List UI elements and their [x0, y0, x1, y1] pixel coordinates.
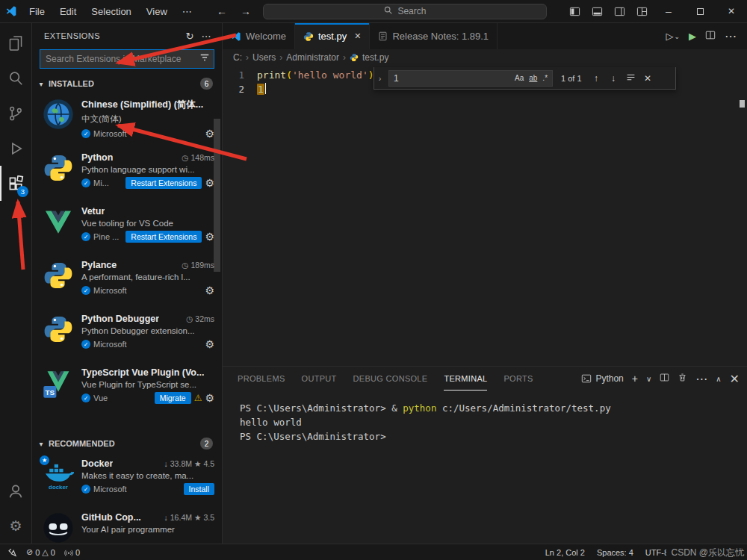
extensions-search-input[interactable] — [44, 53, 196, 65]
panel-tab-problems[interactable]: PROBLEMS — [238, 367, 285, 391]
extensions-more-actions-icon[interactable] — [198, 31, 214, 42]
extension-name: Docker — [81, 458, 113, 469]
terminal-shell-item[interactable]: Python — [581, 373, 623, 384]
close-panel-icon[interactable] — [730, 372, 740, 386]
remote-indicator-icon[interactable] — [7, 547, 17, 557]
installed-label: INSTALLED — [49, 79, 94, 88]
forward-arrow-icon[interactable] — [239, 5, 252, 17]
find-input[interactable] — [392, 72, 511, 84]
split-editor-icon[interactable] — [705, 30, 716, 43]
extension-item-github-copilot[interactable]: GitHub Cop... 16.4M3.5 Your AI pair prog… — [32, 505, 222, 544]
source-control-icon[interactable] — [0, 96, 31, 131]
extension-item-vetur[interactable]: Vetur Vue tooling for VS Code Pine ... R… — [32, 199, 222, 253]
panel-more-actions-icon[interactable] — [695, 372, 707, 386]
window-minimize-button[interactable] — [653, 0, 684, 22]
window-maximize-button[interactable] — [684, 0, 716, 22]
breadcrumb-item[interactable]: test.py — [362, 52, 388, 63]
run-python-file-dropdown[interactable] — [666, 31, 680, 42]
encoding-status[interactable]: UTF-8 — [645, 548, 669, 557]
extensions-icon[interactable]: 3 — [0, 166, 31, 201]
explorer-icon[interactable] — [0, 25, 31, 60]
restart-extensions-button[interactable]: Restart Extensions — [125, 177, 202, 189]
menu-selection[interactable]: Selection — [84, 4, 137, 19]
menu-file[interactable]: File — [22, 4, 52, 19]
tab-release-notes[interactable]: Release Notes: 1.89.1 — [370, 23, 498, 49]
extension-item-docker[interactable]: docker Docker 33.8M4.5 Makes it easy to … — [32, 452, 222, 505]
terminal-dropdown-chevron-icon[interactable] — [646, 375, 651, 383]
panel-tab-output[interactable]: OUTPUT — [302, 367, 337, 391]
extension-item-ts-vue-plugin[interactable]: TS TypeScript Vue Plugin (Vo... Vue Plug… — [32, 361, 222, 414]
window-close-button[interactable] — [716, 0, 747, 22]
command-center-search[interactable]: Search — [263, 4, 547, 19]
extension-item-python[interactable]: Python 148ms Python language support wi.… — [32, 146, 222, 199]
close-find-widget-icon[interactable] — [642, 73, 654, 84]
cursor-position-status[interactable]: Ln 2, Col 2 — [545, 548, 585, 557]
panel-tab-terminal[interactable]: TERMINAL — [444, 367, 487, 391]
extension-manage-gear-icon[interactable] — [205, 392, 214, 404]
close-tab-icon[interactable] — [354, 31, 361, 41]
tab-welcome[interactable]: Welcome — [223, 23, 295, 49]
kill-terminal-trash-icon[interactable] — [678, 372, 687, 385]
terminal-icon — [581, 373, 592, 384]
split-terminal-icon[interactable] — [660, 372, 669, 385]
verified-publisher-icon — [81, 340, 90, 349]
chinese-language-pack-icon — [43, 99, 74, 130]
problems-status[interactable]: 0 0 — [26, 547, 55, 557]
customize-layout-icon[interactable] — [630, 0, 653, 22]
editor-code-area[interactable]: 1 print('hello world') 2 1 Aa ab .* 1 of — [223, 66, 747, 366]
menu-edit[interactable]: Edit — [53, 4, 83, 19]
extension-name: Python — [81, 152, 113, 163]
run-debug-icon[interactable] — [0, 131, 31, 166]
migrate-button[interactable]: Migrate — [155, 392, 191, 404]
recommended-section-header[interactable]: RECOMMENDED 2 — [32, 435, 222, 452]
extension-manage-gear-icon[interactable] — [205, 338, 214, 350]
menu-more[interactable]: ⋯ — [176, 4, 199, 19]
menu-view[interactable]: View — [140, 4, 174, 19]
extension-item-python-debugger[interactable]: Python Debugger 32ms Python Debugger ext… — [32, 307, 222, 361]
find-in-selection-icon[interactable] — [624, 72, 637, 84]
new-terminal-icon[interactable] — [632, 373, 638, 385]
install-button[interactable]: Install — [184, 483, 214, 495]
extension-item-pylance[interactable]: Pylance 189ms A performant, feature-rich… — [32, 253, 222, 307]
clock-icon — [182, 153, 188, 162]
tab-test-py[interactable]: test.py — [295, 23, 371, 49]
panel-tab-ports[interactable]: PORTS — [503, 367, 533, 391]
match-case-icon[interactable]: Aa — [513, 73, 525, 83]
toggle-sidebar-icon[interactable] — [563, 0, 586, 22]
search-icon — [383, 5, 393, 17]
account-icon[interactable] — [0, 473, 31, 508]
ports-status[interactable]: 0 — [64, 548, 80, 557]
back-arrow-icon[interactable] — [215, 5, 229, 17]
toggle-secondary-sidebar-icon[interactable] — [608, 0, 630, 22]
restart-extensions-button[interactable]: Restart Extensions — [125, 231, 202, 243]
verified-publisher-icon — [81, 232, 90, 241]
breadcrumb-item[interactable]: Administrator — [286, 52, 339, 63]
toggle-replace-chevron-icon[interactable] — [376, 67, 384, 89]
extension-publisher: Vue — [93, 393, 108, 402]
indentation-status[interactable]: Spaces: 4 — [597, 548, 633, 557]
installed-section-header[interactable]: INSTALLED 6 — [32, 75, 222, 92]
extension-item-chinese[interactable]: Chinese (Simplified) (简体... 中文(简体) Micro… — [32, 92, 222, 146]
toggle-panel-icon[interactable] — [586, 0, 608, 22]
extension-manage-gear-icon[interactable] — [205, 284, 214, 296]
regex-icon[interactable]: .* — [541, 73, 549, 83]
run-button[interactable] — [689, 31, 696, 42]
breadcrumb-item[interactable]: Users — [252, 52, 276, 63]
previous-match-icon[interactable] — [590, 73, 603, 84]
terminal-content[interactable]: PS C:\Users\Administrator> & python c:/U… — [223, 391, 747, 544]
panel-tab-debug-console[interactable]: DEBUG CONSOLE — [353, 367, 428, 391]
extension-name: Pylance — [81, 260, 117, 270]
filter-extensions-icon[interactable] — [199, 52, 210, 66]
sidebar-scrollbar[interactable] — [214, 119, 220, 272]
whole-word-icon[interactable]: ab — [527, 73, 539, 83]
sidebar-title: EXTENSIONS — [44, 31, 182, 40]
editor-more-actions-icon[interactable] — [725, 29, 737, 43]
search-sidebar-icon[interactable] — [0, 60, 31, 96]
verified-publisher-icon — [81, 286, 90, 295]
maximize-panel-icon[interactable] — [716, 375, 721, 383]
breadcrumb-item[interactable]: C: — [233, 52, 242, 63]
refresh-extensions-icon[interactable] — [182, 31, 198, 42]
extension-name: GitHub Cop... — [81, 512, 141, 523]
settings-gear-icon[interactable]: ⚙ — [0, 508, 31, 544]
next-match-icon[interactable] — [607, 73, 620, 84]
